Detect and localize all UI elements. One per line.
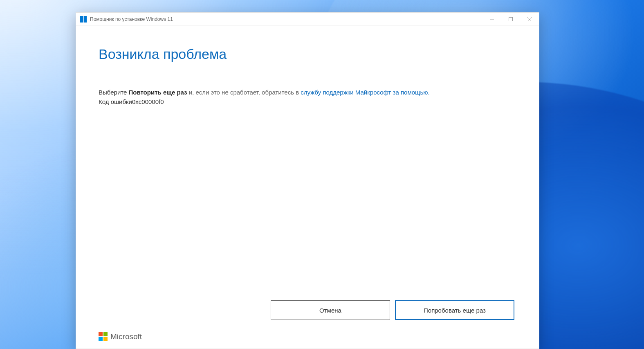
retry-button[interactable]: Попробовать еще раз <box>395 300 514 320</box>
support-link[interactable]: службу поддержки Майкрософт за помощью. <box>301 89 429 96</box>
microsoft-logo: Microsoft <box>99 332 142 341</box>
msg-mid: и, если это не сработает, обратитесь в <box>187 89 301 96</box>
error-message: Выберите Повторить еще раз и, если это н… <box>99 88 516 97</box>
maximize-button[interactable] <box>501 13 520 26</box>
error-code-line: Код ошибки0xc00000f0 <box>99 98 516 105</box>
error-label: Код ошибки <box>99 98 132 105</box>
svg-rect-1 <box>509 17 513 21</box>
window-title: Помощник по установке Windows 11 <box>90 16 173 22</box>
msg-prefix: Выберите <box>99 89 128 96</box>
windows-icon <box>80 16 87 23</box>
close-button[interactable] <box>520 13 539 26</box>
msg-bold: Повторить еще раз <box>128 89 187 96</box>
microsoft-logo-icon <box>99 332 108 341</box>
footer: Microsoft <box>76 332 539 349</box>
error-code-value: 0xc00000f0 <box>132 98 164 105</box>
window-controls <box>482 13 539 26</box>
installer-window: Помощник по установке Windows 11 Возникл… <box>76 12 539 349</box>
microsoft-logo-text: Microsoft <box>110 332 142 341</box>
page-heading: Возникла проблема <box>99 46 516 62</box>
titlebar[interactable]: Помощник по установке Windows 11 <box>76 13 539 26</box>
minimize-button[interactable] <box>482 13 501 26</box>
button-row: Отмена Попробовать еще раз <box>99 300 516 320</box>
cancel-button[interactable]: Отмена <box>271 300 390 320</box>
content-area: Возникла проблема Выберите Повторить еще… <box>76 26 539 332</box>
